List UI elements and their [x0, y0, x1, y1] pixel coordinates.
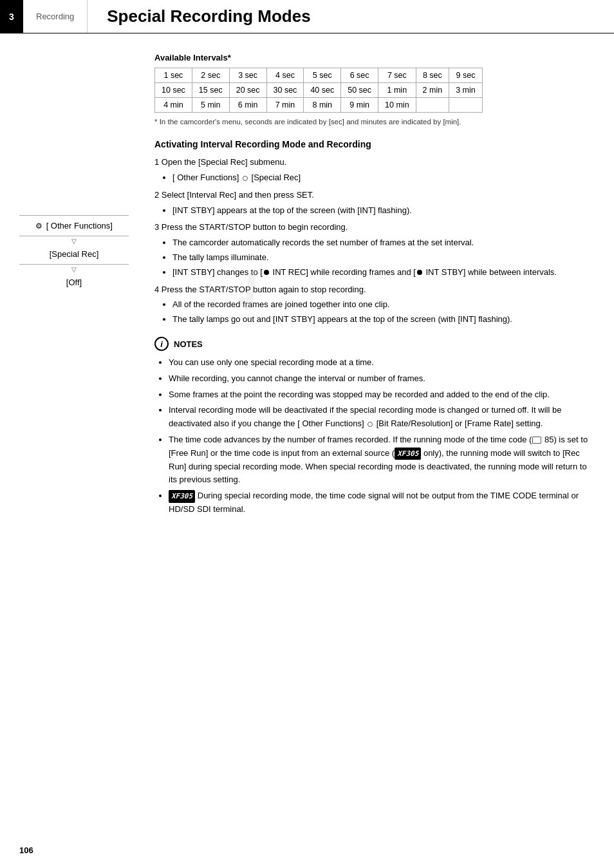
section-label: Recording [23, 0, 88, 33]
notes-bullets: You can use only one special recording m… [154, 356, 588, 516]
activating-heading: Activating Interval Recording Mode and R… [154, 139, 588, 149]
page-title: Special Recording Modes [88, 0, 330, 33]
note-bullet: XF305 During special recording mode, the… [169, 489, 588, 516]
sidebar-divider-top [19, 215, 129, 216]
sub-bullet: [INT STBY] appears at the top of the scr… [172, 204, 588, 218]
sub-bullet: [INT STBY] changes to [ INT REC] while r… [172, 266, 588, 279]
sub-bullet: All of the recorded frames are joined to… [172, 298, 588, 312]
table-cell: 5 min [192, 98, 229, 113]
table-cell: 8 sec [416, 68, 449, 83]
note-bullet: While recording, you cannot change the i… [169, 372, 588, 386]
arrow-down-1: ▽ [13, 238, 135, 245]
table-cell: 15 sec [192, 83, 229, 98]
sub-bullet: The tally lamps go out and [INT STBY] ap… [172, 313, 588, 326]
sidebar-divider-2 [19, 264, 129, 265]
page-body: ⚙ [ Other Functions] ▽ [Special Rec] ▽ [… [0, 33, 614, 842]
table-cell: 7 min [266, 98, 304, 113]
main-content: Available Intervals* 1 sec2 sec3 sec4 se… [142, 33, 614, 842]
step-text: 4 Press the START/STOP button again to s… [154, 285, 366, 294]
arrow-down-2: ▽ [13, 266, 135, 274]
note-bullet: The time code advances by the number of … [169, 433, 588, 487]
notes-section: i NOTES You can use only one special rec… [154, 337, 588, 516]
table-cell: 6 min [229, 98, 266, 113]
intervals-table: 1 sec2 sec3 sec4 sec5 sec6 sec7 sec8 sec… [154, 68, 483, 113]
xf305-badge: XF305 [395, 448, 421, 460]
table-cell: 50 sec [341, 83, 378, 98]
table-cell: 7 sec [378, 68, 416, 83]
table-cell: 6 sec [341, 68, 378, 83]
step-item: 4 Press the START/STOP button again to s… [154, 283, 588, 326]
table-cell: 8 min [304, 98, 341, 113]
table-cell: 3 sec [229, 68, 266, 83]
circle-nav-icon [243, 176, 248, 181]
sidebar-item-special-rec: [Special Rec] [13, 245, 135, 263]
box-icon [532, 437, 541, 444]
table-cell: 9 sec [449, 68, 483, 83]
table-cell: 30 sec [266, 83, 304, 98]
intervals-heading: Available Intervals* [154, 53, 588, 62]
table-cell: 4 sec [266, 68, 304, 83]
notes-header: i NOTES [154, 337, 588, 351]
info-icon: i [154, 337, 169, 351]
table-cell: 1 min [378, 83, 416, 98]
table-cell: 4 min [155, 98, 192, 113]
sidebar-item-other-functions: ⚙ [ Other Functions] [13, 217, 135, 234]
table-cell: 5 sec [304, 68, 341, 83]
sidebar-divider-1 [19, 236, 129, 236]
table-cell [416, 98, 449, 113]
table-cell: 20 sec [229, 83, 266, 98]
step-item: 2 Select [Interval Rec] and then press S… [154, 189, 588, 218]
table-cell: 40 sec [304, 83, 341, 98]
sidebar-item-off: [Off] [13, 274, 135, 291]
step-text: 1 Open the [Special Rec] submenu. [154, 157, 286, 167]
notes-label: NOTES [174, 339, 203, 349]
xf305-badge: XF305 [169, 490, 195, 503]
note-bullet: Some frames at the point the recording w… [169, 388, 588, 402]
note-bullet: Interval recording mode will be deactiva… [169, 404, 588, 431]
table-cell [449, 98, 483, 113]
note-bullet: You can use only one special recording m… [169, 356, 588, 370]
steps-list: 1 Open the [Special Rec] submenu.[ Other… [154, 156, 588, 326]
step-item: 3 Press the START/STOP button to begin r… [154, 221, 588, 279]
table-cell: 9 min [341, 98, 378, 113]
circle-nav-icon [367, 422, 373, 427]
step-text: 2 Select [Interval Rec] and then press S… [154, 190, 314, 200]
table-cell: 10 sec [155, 83, 192, 98]
step-text: 3 Press the START/STOP button to begin r… [154, 222, 348, 232]
sub-bullet: The camcorder automatically records the … [172, 236, 588, 250]
table-cell: 1 sec [155, 68, 192, 83]
sub-bullet: The tally lamps illuminate. [172, 251, 588, 265]
filled-circle-icon [417, 270, 422, 275]
table-cell: 3 min [449, 83, 483, 98]
table-cell: 2 sec [192, 68, 229, 83]
sub-bullet: [ Other Functions] [Special Rec] [172, 171, 588, 185]
sidebar: ⚙ [ Other Functions] ▽ [Special Rec] ▽ [… [0, 33, 142, 842]
table-cell: 10 min [378, 98, 416, 113]
page-header: 3 Recording Special Recording Modes [0, 0, 614, 33]
intervals-footnote: * In the camcorder's menu, seconds are i… [154, 117, 588, 127]
chapter-badge: 3 [0, 0, 23, 33]
table-cell: 2 min [416, 83, 449, 98]
page-footer: 106 [19, 845, 33, 855]
filled-circle-icon [264, 270, 269, 275]
wrench-icon: ⚙ [35, 222, 42, 231]
step-item: 1 Open the [Special Rec] submenu.[ Other… [154, 156, 588, 185]
